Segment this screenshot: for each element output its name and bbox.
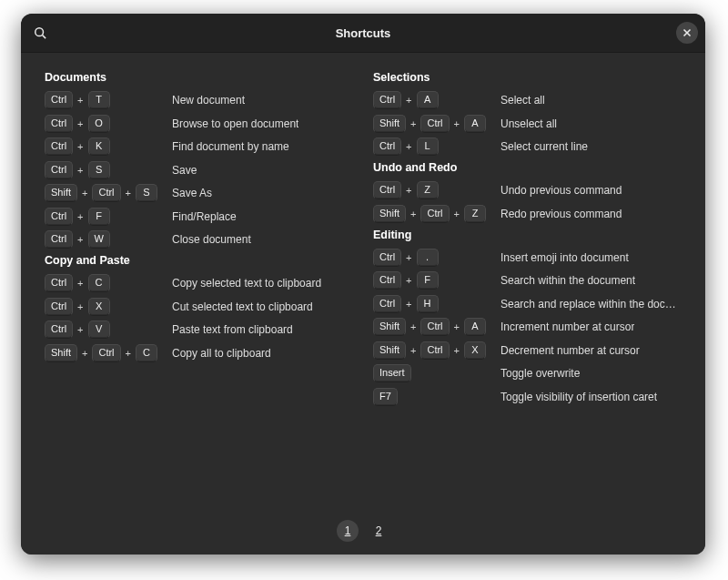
plus-separator: + xyxy=(450,321,464,332)
keycap: Ctrl xyxy=(45,161,73,179)
shortcut-row: Shift+Ctrl+ZRedo previous command xyxy=(373,205,682,223)
keycap: Ctrl xyxy=(45,137,73,156)
keycap: F7 xyxy=(373,388,398,406)
plus-separator: + xyxy=(73,95,87,106)
keycap: Shift xyxy=(45,344,77,362)
keycap: Ctrl xyxy=(373,249,401,267)
shortcut-keys: Shift+Ctrl+S xyxy=(45,184,172,202)
pager: 12 xyxy=(21,513,705,555)
plus-separator: + xyxy=(450,209,464,219)
plus-separator: + xyxy=(401,299,416,310)
plus-separator: + xyxy=(406,321,420,332)
plus-separator: + xyxy=(73,278,87,289)
keycap: X xyxy=(464,341,486,360)
close-icon xyxy=(682,28,692,37)
keycap: Z xyxy=(464,205,486,223)
keycap: Shift xyxy=(373,205,406,223)
keycap: K xyxy=(88,137,110,156)
shortcut-description: Select current line xyxy=(500,140,588,153)
shortcut-row: Ctrl+OBrowse to open document xyxy=(45,115,353,133)
shortcut-description: Search and replace within the document xyxy=(500,298,682,310)
plus-separator: + xyxy=(73,301,87,312)
keycap: Ctrl xyxy=(45,274,73,292)
shortcut-keys: Ctrl+H xyxy=(373,295,500,313)
keycap: T xyxy=(88,91,110,109)
shortcut-keys: Shift+Ctrl+X xyxy=(373,341,500,360)
shortcut-keys: Ctrl+X xyxy=(45,298,172,316)
svg-line-1 xyxy=(43,36,46,39)
shortcut-description: Find document by name xyxy=(172,140,289,153)
shortcut-row: Shift+Ctrl+CCopy all to clipboard xyxy=(45,344,353,362)
keycap: Ctrl xyxy=(420,115,449,133)
keycap: Ctrl xyxy=(45,321,73,339)
shortcut-keys: Ctrl+K xyxy=(45,137,172,156)
shortcut-row: Ctrl+VPaste text from clipboard xyxy=(45,321,353,339)
shortcut-row: Shift+Ctrl+XDecrement number at cursor xyxy=(373,341,682,360)
page-button-2[interactable]: 2 xyxy=(368,520,389,542)
plus-separator: + xyxy=(73,234,87,245)
shortcut-description: Copy selected text to clipboard xyxy=(172,277,321,290)
titlebar: Shortcuts xyxy=(21,14,705,53)
shortcut-keys: Ctrl+L xyxy=(373,137,500,156)
shortcut-row: Ctrl+LSelect current line xyxy=(373,137,682,156)
shortcut-description: Select all xyxy=(500,94,545,107)
close-button[interactable] xyxy=(676,22,698,44)
plus-separator: + xyxy=(401,185,416,196)
keycap: W xyxy=(88,230,110,249)
keycap: Ctrl xyxy=(45,91,73,109)
shortcut-description: Close document xyxy=(172,233,251,246)
keycap: A xyxy=(464,115,486,133)
window-title: Shortcuts xyxy=(336,26,391,40)
keycap: Ctrl xyxy=(92,184,120,202)
keycap: . xyxy=(417,249,439,267)
plus-separator: + xyxy=(450,118,464,129)
keycap: A xyxy=(417,91,439,109)
shortcut-description: Increment number at cursor xyxy=(500,321,634,333)
keycap: Ctrl xyxy=(373,295,401,313)
shortcut-description: Insert emoji into document xyxy=(500,251,629,264)
shortcut-row: F7Toggle visibility of insertion caret xyxy=(373,388,682,406)
content-area: DocumentsCtrl+TNew documentCtrl+OBrowse … xyxy=(21,53,705,513)
keycap: S xyxy=(88,161,110,179)
shortcut-keys: Insert xyxy=(373,364,500,382)
plus-separator: + xyxy=(77,188,92,198)
keycap: Ctrl xyxy=(45,230,73,249)
search-icon xyxy=(34,26,46,39)
shortcut-description: Paste text from clipboard xyxy=(172,323,293,336)
shortcut-description: Save xyxy=(172,164,197,177)
keycap: X xyxy=(88,298,110,316)
keycap: H xyxy=(417,295,439,313)
shortcut-row: Ctrl+ZUndo previous command xyxy=(373,181,682,199)
shortcut-description: New document xyxy=(172,94,245,107)
keycap: Shift xyxy=(45,184,77,202)
keycap: Ctrl xyxy=(45,115,73,133)
shortcut-row: Shift+Ctrl+AIncrement number at cursor xyxy=(373,318,682,336)
plus-separator: + xyxy=(121,348,136,359)
plus-separator: + xyxy=(401,275,416,286)
keycap: Ctrl xyxy=(373,181,401,199)
section-title: Selections xyxy=(373,71,682,84)
plus-separator: + xyxy=(73,165,87,176)
shortcut-row: Ctrl+.Insert emoji into document xyxy=(373,249,682,267)
search-button[interactable] xyxy=(28,21,52,45)
shortcut-description: Copy all to clipboard xyxy=(172,347,271,360)
shortcut-description: Undo previous command xyxy=(500,184,622,197)
keycap: O xyxy=(88,115,110,133)
page-button-1[interactable]: 1 xyxy=(337,520,359,542)
shortcut-description: Toggle overwrite xyxy=(500,367,580,380)
shortcut-keys: Ctrl+A xyxy=(373,91,500,109)
section-title: Documents xyxy=(45,71,353,84)
shortcuts-window: Shortcuts DocumentsCtrl+TNew documentCtr… xyxy=(21,14,705,555)
shortcut-keys: Ctrl+F xyxy=(45,208,172,226)
plus-separator: + xyxy=(401,95,416,106)
keycap: Z xyxy=(417,181,439,199)
shortcut-description: Find/Replace xyxy=(172,210,237,223)
plus-separator: + xyxy=(406,345,420,356)
keycap: V xyxy=(88,321,110,339)
plus-separator: + xyxy=(73,141,87,152)
plus-separator: + xyxy=(73,118,87,129)
shortcut-description: Toggle visibility of insertion caret xyxy=(500,391,657,403)
shortcut-row: Shift+Ctrl+AUnselect all xyxy=(373,115,682,133)
section-title: Editing xyxy=(373,229,682,241)
shortcut-keys: Ctrl+S xyxy=(45,161,172,179)
